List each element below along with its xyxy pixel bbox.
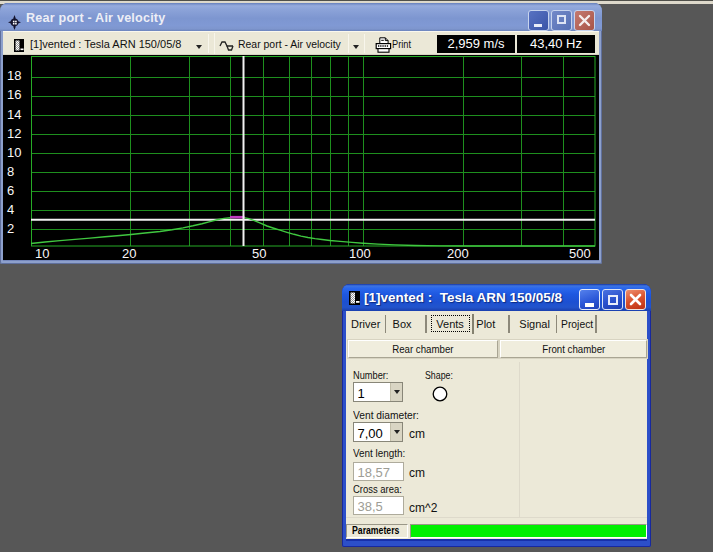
svg-text:16: 16 xyxy=(7,87,21,102)
svg-text:20: 20 xyxy=(122,246,136,260)
svg-text:14: 14 xyxy=(7,107,21,122)
svg-text:12: 12 xyxy=(7,126,21,141)
svg-text:18: 18 xyxy=(7,68,21,83)
svg-text:10: 10 xyxy=(35,246,49,260)
svg-text:50: 50 xyxy=(252,246,266,260)
svg-text:6: 6 xyxy=(7,183,14,198)
svg-text:200: 200 xyxy=(447,246,469,260)
svg-text:4: 4 xyxy=(7,202,14,217)
svg-text:500: 500 xyxy=(569,246,591,260)
svg-text:2: 2 xyxy=(7,221,14,236)
svg-text:8: 8 xyxy=(7,164,14,179)
svg-text:100: 100 xyxy=(349,246,371,260)
svg-text:10: 10 xyxy=(7,145,21,160)
